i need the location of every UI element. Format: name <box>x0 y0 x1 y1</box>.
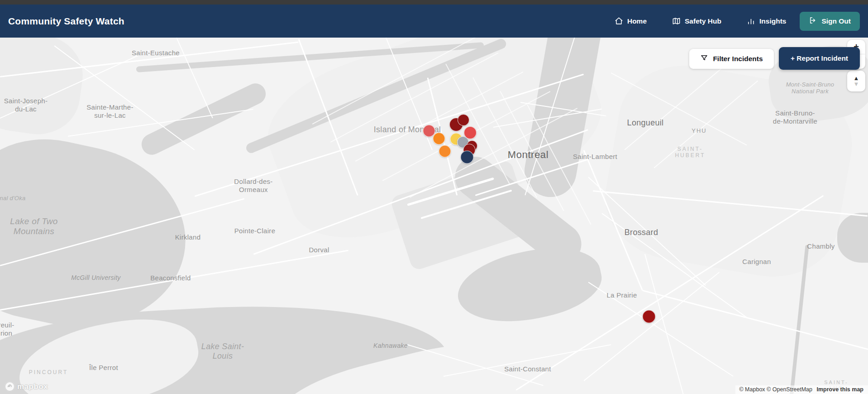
improve-map-link[interactable]: Improve this map <box>817 386 864 393</box>
map-label: Mont-Saint-Bruno National Park <box>786 81 835 95</box>
map-label: Montreal <box>508 149 548 161</box>
app-window: Saint-EustacheSaint-Joseph- du-LacSainte… <box>0 0 868 394</box>
map-label: reuil- rion <box>0 321 14 337</box>
map-label: Kahnawake <box>373 342 408 350</box>
incident-marker[interactable] <box>643 310 656 323</box>
map-land-patch <box>0 38 88 140</box>
map-label: Saint-Eustache <box>132 49 180 57</box>
sign-out-label: Sign Out <box>821 17 851 25</box>
map-label: nal d'Oka <box>0 195 26 202</box>
report-incident-button[interactable]: + Report Incident <box>779 47 860 70</box>
header: Community Safety Watch Home Safety Hub I… <box>0 5 868 38</box>
map-label: McGill University <box>71 274 120 282</box>
nav-item-label: Insights <box>759 17 786 25</box>
map-label: La Prairie <box>606 291 637 299</box>
road-line <box>583 272 720 381</box>
funnel-icon <box>700 54 708 64</box>
attribution-osm-link[interactable]: © OpenStreetMap <box>767 386 812 393</box>
map-label: Saint-Bruno- de-Montarville <box>773 109 817 125</box>
incident-marker[interactable] <box>439 145 451 158</box>
mapbox-logo-icon <box>5 381 15 392</box>
map-label: Dollard-des- Ormeaux <box>234 178 272 193</box>
water-area <box>452 237 607 333</box>
nav-item-home[interactable]: Home <box>615 17 647 25</box>
map-label: SAINT- HUBERT <box>675 146 705 159</box>
nav-item-insights[interactable]: Insights <box>747 17 786 25</box>
map-label: Saint-Joseph- du-Lac <box>4 97 48 113</box>
mapbox-logo[interactable]: mapbox <box>5 381 48 392</box>
mapbox-logo-text: mapbox <box>17 382 48 391</box>
map-label: Île Perrot <box>89 364 118 372</box>
nav-item-label: Home <box>627 17 647 25</box>
road-line <box>643 290 868 350</box>
road-line <box>176 38 213 118</box>
home-icon <box>615 17 623 25</box>
map-label: Saint-Lambert <box>573 153 617 161</box>
map-canvas[interactable]: Saint-EustacheSaint-Joseph- du-LacSainte… <box>0 38 868 394</box>
map-label: Pointe-Claire <box>234 227 276 235</box>
pitch-down-button[interactable]: ▼ <box>854 81 859 87</box>
map-label: Brossard <box>625 228 658 237</box>
map-label: YHU <box>692 127 706 134</box>
map-attribution: © Mapbox © OpenStreetMap Improve this ma… <box>735 385 868 394</box>
road-line <box>644 254 684 394</box>
map-label: Longueuil <box>627 118 664 128</box>
map-icon <box>672 17 681 25</box>
map-label: Saint-Constant <box>504 365 551 373</box>
map-label: Sainte-Marthe- sur-le-Lac <box>86 103 133 119</box>
incident-marker[interactable] <box>458 114 469 126</box>
incident-marker[interactable] <box>461 151 474 164</box>
attribution-mapbox-link[interactable]: © Mapbox <box>739 386 765 393</box>
filter-incidents-label: Filter Incidents <box>713 55 763 63</box>
map-label: Beaconsfield <box>150 274 191 282</box>
bar-chart-icon <box>747 17 755 25</box>
map-label: Carignan <box>742 258 771 266</box>
map-label: Lake of Two Mountains <box>10 216 57 237</box>
page-title: Community Safety Watch <box>8 16 124 27</box>
water-area <box>837 213 868 263</box>
sign-out-icon <box>809 16 817 26</box>
main-nav: Home Safety Hub Insights <box>615 17 786 25</box>
map-label: Lake Saint- Louis <box>201 342 244 361</box>
map-label: Kirkland <box>175 233 201 241</box>
sign-out-button[interactable]: Sign Out <box>800 12 860 31</box>
map-label: Dorval <box>309 246 329 254</box>
nav-item-safety-hub[interactable]: Safety Hub <box>672 17 721 25</box>
map-label: PINCOURT <box>29 369 68 375</box>
filter-incidents-button[interactable]: Filter Incidents <box>689 49 774 69</box>
map-label: Chambly <box>807 242 835 250</box>
map-pitch-control: ▲ ▼ <box>847 71 865 91</box>
incident-marker[interactable] <box>433 133 445 145</box>
window-top-strip <box>0 0 868 5</box>
nav-item-label: Safety Hub <box>685 17 721 25</box>
